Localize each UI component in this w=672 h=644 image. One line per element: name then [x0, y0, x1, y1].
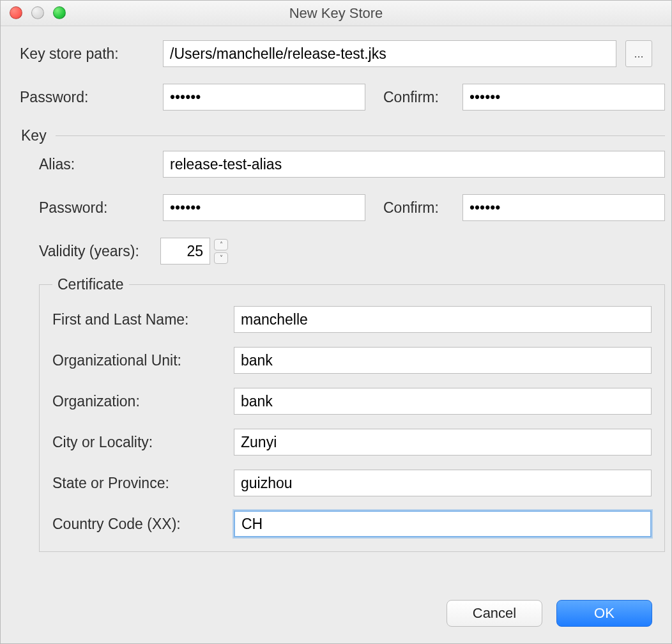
key-confirm-input[interactable] [462, 194, 665, 221]
cert-city-label: City or Locality: [52, 434, 225, 451]
ellipsis-icon: ... [634, 47, 643, 61]
cert-country-input[interactable] [234, 510, 652, 537]
dialog-content: Key store path: ... Password: Confirm: K… [1, 26, 671, 588]
key-validity-row: Validity (years): ˄ ˅ [39, 238, 665, 264]
cert-name-input[interactable] [234, 306, 652, 333]
keystore-confirm-input[interactable] [462, 84, 665, 111]
cert-org-input[interactable] [234, 388, 652, 415]
key-password-row: Password: Confirm: [20, 194, 665, 221]
keystore-password-input[interactable] [163, 84, 365, 111]
dialog-footer: Cancel OK [1, 588, 671, 643]
key-confirm-label: Confirm: [383, 199, 454, 217]
key-legend: Key [20, 127, 56, 144]
cert-state-row: State or Province: [52, 470, 652, 496]
key-section: Key Alias: Password: Confirm: Validity (… [20, 127, 665, 552]
cert-org-row: Organization: [52, 388, 652, 415]
cert-city-input[interactable] [234, 429, 652, 456]
validity-spinner: ˄ ˅ [160, 238, 228, 264]
certificate-section: Certificate First and Last Name: Organiz… [39, 276, 665, 552]
cert-state-input[interactable] [234, 470, 652, 496]
certificate-legend: Certificate [52, 276, 129, 293]
spinner-down-button[interactable]: ˅ [214, 252, 228, 264]
cert-state-label: State or Province: [52, 475, 225, 492]
maximize-icon[interactable] [53, 6, 66, 19]
cert-name-row: First and Last Name: [52, 306, 652, 333]
window-title: New Key Store [1, 5, 671, 22]
close-icon[interactable] [10, 6, 22, 19]
browse-button[interactable]: ... [625, 40, 652, 67]
cancel-button[interactable]: Cancel [447, 600, 542, 627]
chevron-up-icon: ˄ [220, 241, 223, 248]
key-alias-input[interactable] [163, 151, 665, 178]
key-alias-row: Alias: [20, 151, 665, 178]
keystore-path-input[interactable] [163, 40, 616, 67]
keystore-password-label: Password: [20, 89, 154, 106]
key-validity-label: Validity (years): [39, 243, 154, 260]
titlebar: New Key Store [1, 1, 671, 26]
key-password-input[interactable] [163, 194, 365, 221]
keystore-path-row: Key store path: ... [20, 40, 652, 67]
key-password-label: Password: [39, 199, 154, 217]
keystore-password-row: Password: Confirm: [20, 84, 652, 111]
spinner-up-button[interactable]: ˄ [214, 239, 228, 250]
cert-country-label: Country Code (XX): [52, 516, 225, 533]
cert-country-row: Country Code (XX): [52, 510, 652, 537]
ok-button[interactable]: OK [556, 600, 652, 627]
new-key-store-dialog: New Key Store Key store path: ... Passwo… [0, 0, 672, 644]
cert-name-label: First and Last Name: [52, 311, 225, 328]
window-controls [10, 6, 66, 19]
cert-ou-label: Organizational Unit: [52, 352, 225, 369]
spinner-buttons: ˄ ˅ [214, 239, 228, 264]
minimize-icon[interactable] [31, 6, 44, 19]
validity-input[interactable] [160, 238, 210, 264]
cert-city-row: City or Locality: [52, 429, 652, 456]
cert-org-label: Organization: [52, 393, 225, 410]
key-alias-label: Alias: [39, 156, 154, 173]
keystore-path-label: Key store path: [20, 45, 154, 63]
chevron-down-icon: ˅ [220, 255, 223, 261]
cert-ou-row: Organizational Unit: [52, 347, 652, 374]
cert-ou-input[interactable] [234, 347, 652, 374]
keystore-confirm-label: Confirm: [383, 89, 454, 106]
